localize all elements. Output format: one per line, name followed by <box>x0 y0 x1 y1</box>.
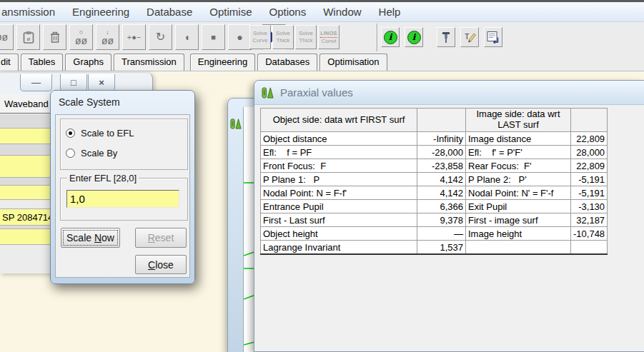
row-label: Lagrange Invariant <box>261 241 417 255</box>
row-value: -23,858 <box>417 159 466 173</box>
notes-export-button[interactable] <box>484 27 502 47</box>
paraxial-row: Nodal Point: N = F-f'4,142 Nodal Point: … <box>261 186 608 200</box>
trash-icon <box>48 30 62 44</box>
efl-input[interactable]: 1,0 <box>66 190 179 208</box>
menu-transmission[interactable]: ansmission <box>0 6 64 18</box>
solve-thick2-line2: Thick <box>299 37 312 44</box>
close-label-key: C <box>148 259 155 271</box>
insert-element-button[interactable]: ○ øø <box>69 24 93 50</box>
paste-element-button[interactable]: ø <box>16 24 40 50</box>
solve-curve-line1: Solve <box>253 30 267 37</box>
reset-label-key: R <box>148 232 155 243</box>
tab-edit[interactable]: dit <box>0 54 19 71</box>
scale-to-efl-label: Scale to EFL <box>81 128 134 139</box>
paraxial-row: Efl: f = PF-28,000 Efl: f' = P'F'28,000 <box>261 146 608 159</box>
row-label <box>466 241 571 255</box>
shift-element-button[interactable]: +●− <box>122 24 146 50</box>
paraxial-row: Front Focus: F-23,858 Rear Focus: F'22,8… <box>261 159 608 173</box>
menu-engineering[interactable]: Engineering <box>64 6 138 18</box>
tab-bar: dit Tables Graphs Transmission Engineeri… <box>0 53 644 71</box>
svg-text:ø: ø <box>26 36 30 42</box>
row-label: Entrance Pupil <box>261 200 417 213</box>
pin-icon <box>441 31 451 44</box>
linos-convert-button[interactable]: LINOS Convt <box>318 25 340 49</box>
scale-system-dialog: Scale System Scale to EFL Scale By Enter… <box>50 90 195 284</box>
toolbar-edit-group: øø ø ○ øø ↓ øø <box>0 24 286 50</box>
solve-thick1-line2: Thick <box>276 37 289 44</box>
tab-transmission[interactable]: Transmission <box>114 54 184 71</box>
scale-by-option[interactable]: Scale By <box>66 148 117 159</box>
row-value: 9,378 <box>417 213 466 227</box>
tab-databases[interactable]: Databases <box>257 54 317 71</box>
aperture-square-glyph: ■ <box>211 34 216 41</box>
tab-graphs[interactable]: Graphs <box>65 54 112 71</box>
close-label-post: lose <box>155 259 174 271</box>
paraxial-row: Lagrange Invariant1,537 <box>261 241 608 255</box>
insert-glyph: øø <box>75 36 87 46</box>
toolbar: øø ø ○ øø ↓ øø <box>0 22 644 54</box>
row-label: Front Focus: F <box>261 159 417 173</box>
dialog-title[interactable]: Scale System <box>59 96 120 108</box>
close-dialog-button[interactable]: Close <box>135 255 187 274</box>
solve-thick1-line1: Solve <box>276 30 290 37</box>
pen-icon: T <box>462 31 477 44</box>
close-button[interactable]: × <box>88 74 115 91</box>
element-info-button[interactable]: i <box>405 27 423 47</box>
scale-now-label-pre: Scale <box>66 232 94 243</box>
application-window: ansmission Engineering Database Optimise… <box>0 0 644 352</box>
solve-thick-button-2: Solve Thick <box>295 25 317 49</box>
maximize-button[interactable]: □ <box>60 74 87 91</box>
row-label: Nodal Point: N = F-f' <box>261 186 417 200</box>
paraxial-header-row: Object side: data wrt FIRST surf Image s… <box>261 109 608 132</box>
shift-glyph: +●− <box>127 34 142 41</box>
toolbar-info-group: i i T <box>381 27 502 47</box>
row-label: Object height <box>261 227 417 241</box>
scale-now-button[interactable]: Scale Now <box>61 228 120 248</box>
menu-help[interactable]: Help <box>370 6 410 18</box>
paraxial-row: First - Last surf9,378 First - image sur… <box>261 213 608 227</box>
solve-curve-button: Solve Curve <box>249 25 271 49</box>
row-value: -5,191 <box>571 186 608 200</box>
scale-to-efl-option[interactable]: Scale to EFL <box>66 128 134 139</box>
lens-pair-icon[interactable]: øø <box>0 24 14 50</box>
menu-window[interactable]: Window <box>314 6 370 18</box>
toolbar-solve-group: Solve Curve Solve Thick Solve Thick LINO… <box>249 25 340 49</box>
tab-optimisation[interactable]: Optimisation <box>319 54 387 71</box>
radio-selected-icon[interactable] <box>66 129 75 138</box>
row-label: Nodal Point: N' = F'-f <box>466 186 571 200</box>
menu-optimise[interactable]: Optimise <box>201 6 260 18</box>
pin-window-button[interactable] <box>437 27 455 47</box>
row-value: -5,191 <box>571 173 608 186</box>
tab-engineering[interactable]: Engineering <box>190 54 255 71</box>
paraxial-window-title: Paraxial values <box>280 86 353 99</box>
edit-titles-button[interactable]: T <box>460 27 479 47</box>
insert-element-below-button[interactable]: ↓ øø <box>96 24 119 50</box>
minimize-button[interactable]: — <box>20 74 52 91</box>
insert-below-glyph: øø <box>101 36 114 46</box>
solve-thick-button-1: Solve Thick <box>272 25 294 49</box>
radio-unselected-icon[interactable] <box>66 149 75 158</box>
row-value: 6,366 <box>417 200 466 213</box>
row-label: P Plane 1: P <box>261 173 417 186</box>
system-info-button[interactable]: i <box>381 27 400 47</box>
menu-options[interactable]: Options <box>261 6 315 18</box>
delete-element-button[interactable] <box>43 24 66 50</box>
paraxial-title-bar[interactable]: Paraxial values <box>254 81 644 105</box>
tab-tables[interactable]: Tables <box>21 54 64 71</box>
row-value: — <box>417 227 466 241</box>
paraxial-table: Object side: data wrt FIRST surf Image s… <box>260 108 608 255</box>
rotate-element-button[interactable]: ↻ <box>149 24 172 50</box>
scale-by-label: Scale By <box>81 148 117 159</box>
aperture-square-button[interactable]: ■ <box>202 24 225 50</box>
solve-thick2-line1: Solve <box>299 30 313 37</box>
row-value: 1,537 <box>417 241 466 255</box>
aperture-half-button[interactable]: ◖ <box>175 24 199 50</box>
paraxial-row: Object height— Image height-10,748 <box>261 227 608 241</box>
row-label: Image height <box>466 227 571 241</box>
image-side-header: Image side: data wrt LAST surf <box>466 109 571 132</box>
linos-logo: LINOS <box>320 30 337 38</box>
lens-pair-glyph: øø <box>0 32 8 42</box>
enter-efl-label: Enter EFL [28,0] <box>67 173 139 183</box>
aperture-circle-button[interactable]: ● <box>228 24 252 50</box>
menu-database[interactable]: Database <box>138 6 201 18</box>
